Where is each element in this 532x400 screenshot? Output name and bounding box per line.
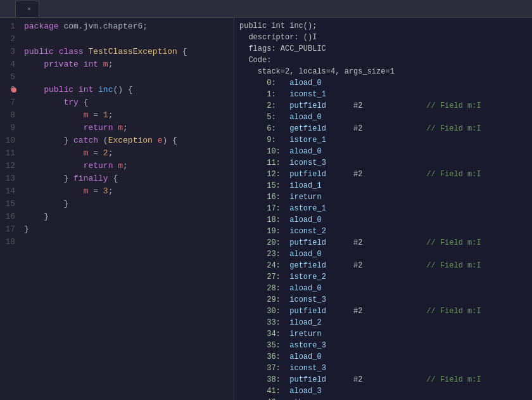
bytecode-line: 17: astore_1: [239, 203, 527, 214]
bytecode-line: 23: aload_0: [239, 248, 527, 260]
bytecode-line: 24: getfield #2 // Field m:I: [239, 260, 527, 271]
line-number-6: 6: [4, 84, 15, 96]
tab-testclassexception[interactable]: ✕: [16, 1, 39, 17]
editor-pane: 123456789101112131415161718 package com.…: [0, 18, 234, 400]
code-line-15: }: [24, 198, 229, 210]
code-line-17: }: [24, 223, 229, 236]
line-number-9: 9: [4, 122, 15, 134]
line-number-10: 10: [4, 134, 15, 147]
bytecode-line: 30: putfield #2 // Field m:I: [239, 306, 527, 317]
bytecode-line: 35: astore_3: [239, 340, 527, 351]
code-line-7: try {: [24, 96, 229, 109]
code-line-12: return m;: [24, 160, 229, 172]
bytecode-line: 28: aload_0: [239, 283, 527, 294]
bytecode-line: 16: ireturn: [239, 191, 527, 203]
code-line-14: m = 3;: [24, 185, 229, 198]
bytecode-line: 12: putfield #2 // Field m:I: [239, 169, 527, 180]
content-area: 123456789101112131415161718 package com.…: [0, 18, 532, 400]
code-line-2: [24, 33, 229, 46]
bytecode-line: 37: iconst_3: [239, 363, 527, 374]
line-number-13: 13: [4, 172, 15, 185]
line-number-12: 12: [4, 160, 15, 172]
bytecode-line: 33: iload_2: [239, 317, 527, 328]
bytecode-line: 36: aload_0: [239, 351, 527, 363]
line-number-17: 17: [4, 223, 15, 236]
code-area[interactable]: 123456789101112131415161718 package com.…: [0, 18, 234, 400]
code-line-13: } finally {: [24, 172, 229, 185]
bytecode-line: 19: iconst_2: [239, 226, 527, 237]
code-line-9: return m;: [24, 122, 229, 134]
code-lines: package com.jvm.chapter6; public class T…: [19, 20, 234, 397]
bytecode-line: 41: aload_3: [239, 385, 527, 397]
bytecode-line: 34: ireturn: [239, 328, 527, 340]
code-line-3: public class TestClassException {: [24, 46, 229, 58]
line-number-5: 5: [4, 71, 15, 84]
bytecode-line: 42: athrow: [239, 397, 527, 400]
line-number-16: 16: [4, 210, 15, 223]
tab-testclass[interactable]: [0, 1, 16, 17]
bytecode-line: 0: aload_0: [239, 77, 527, 89]
code-line-16: }: [24, 210, 229, 223]
bytecode-line: 29: iconst_3: [239, 294, 527, 306]
bytecode-line: 10: aload_0: [239, 146, 527, 157]
bytecode-line: 15: iload_1: [239, 180, 527, 191]
code-line-18: [24, 236, 229, 248]
line-number-11: 11: [4, 147, 15, 160]
code-line-1: package com.jvm.chapter6;: [24, 20, 229, 33]
bytecode-line: 27: istore_2: [239, 271, 527, 283]
bytecode-line: 5: aload_0: [239, 112, 527, 123]
bytecode-line: 20: putfield #2 // Field m:I: [239, 237, 527, 248]
code-line-5: [24, 71, 229, 84]
line-number-1: 1: [4, 20, 15, 33]
line-number-7: 7: [4, 96, 15, 109]
bytecode-line: 2: putfield #2 // Field m:I: [239, 100, 527, 112]
bytecode-line: stack=2, locals=4, args_size=1: [239, 66, 527, 77]
line-number-8: 8: [4, 109, 15, 122]
code-line-10: } catch (Exception e) {: [24, 134, 229, 147]
tab-bar: ✕: [0, 0, 532, 18]
bytecode-line: 38: putfield #2 // Field m:I: [239, 374, 527, 385]
line-number-18: 18: [4, 236, 15, 248]
bytecode-line: 11: iconst_3: [239, 157, 527, 169]
bytecode-line: 6: getfield #2 // Field m:I: [239, 123, 527, 134]
code-line-8: m = 1;: [24, 109, 229, 122]
code-line-11: m = 2;: [24, 147, 229, 160]
bytecode-line: Code:: [239, 55, 527, 66]
bytecode-line: public int inc();: [239, 20, 527, 32]
line-number-3: 3: [4, 46, 15, 58]
bytecode-line: 18: aload_0: [239, 214, 527, 226]
line-number-15: 15: [4, 198, 15, 210]
line-numbers: 123456789101112131415161718: [0, 20, 19, 397]
line-number-14: 14: [4, 185, 15, 198]
bytecode-line: descriptor: ()I: [239, 32, 527, 43]
line-number-2: 2: [4, 33, 15, 46]
bytecode-line: flags: ACC_PUBLIC: [239, 43, 527, 55]
code-line-4: private int m;: [24, 58, 229, 71]
bytecode-line: 9: istore_1: [239, 134, 527, 146]
line-number-4: 4: [4, 58, 15, 71]
tab-close-icon[interactable]: ✕: [27, 5, 31, 13]
bytecode-line: 1: iconst_1: [239, 89, 527, 100]
bytecode-pane[interactable]: public int inc(); descriptor: ()I flags:…: [234, 18, 532, 400]
code-line-6: public int inc() {: [24, 84, 229, 96]
